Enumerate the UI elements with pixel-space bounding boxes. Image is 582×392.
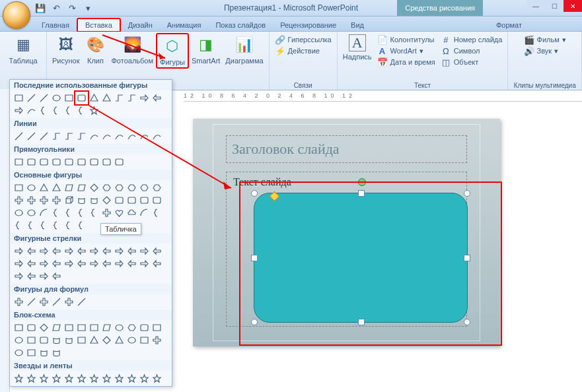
album-button[interactable]: 🌄Фотоальбом [109,33,157,69]
shape-diamond[interactable] [100,334,113,346]
shape-roundrect[interactable] [75,92,88,104]
slidenumber-button[interactable]: #Номер слайда [441,34,503,45]
undo-icon[interactable]: ↶ [50,2,62,14]
shape-arrowR[interactable] [13,257,25,270]
tab-home[interactable]: Главная [34,19,77,31]
shape-star[interactable] [126,372,138,385]
table-button[interactable]: ▦ Таблица [3,33,44,66]
shape-arrowL[interactable] [50,245,63,257]
shape-arrowR[interactable] [113,257,126,270]
sel-handle-nw[interactable] [251,190,258,197]
shape-hex[interactable] [113,181,126,194]
tab-review[interactable]: Рецензирование [273,19,344,31]
shape-cyl[interactable] [63,334,75,346]
rotate-handle[interactable] [358,178,366,186]
symbol-button[interactable]: ΩСимвол [441,46,503,56]
shape-tri[interactable] [88,334,100,346]
shapes-button[interactable]: ⬡Фигуры [156,33,189,69]
shape-cube[interactable] [63,194,75,207]
shape-roundrect[interactable] [88,156,100,168]
shape-star[interactable] [38,372,50,385]
shape-plus[interactable] [25,194,38,207]
shape-arc[interactable] [138,207,151,219]
shape-line[interactable] [38,130,50,143]
shape-brace[interactable] [50,104,63,117]
shape-oval[interactable] [113,321,126,334]
shape-arrowL[interactable] [151,245,163,257]
shape-star[interactable] [113,372,126,385]
shape-line[interactable] [50,296,63,308]
shape-line[interactable] [25,296,38,308]
shape-arrowR[interactable] [13,270,25,282]
shape-star[interactable] [63,372,75,385]
sel-handle-ne[interactable] [464,190,470,197]
shape-arrowL[interactable] [25,257,38,270]
shape-brace[interactable] [13,219,25,232]
shape-conn[interactable] [63,130,75,143]
shape-brace[interactable] [50,219,63,232]
sel-handle-sw[interactable] [251,319,258,325]
shape-arrowL[interactable] [100,245,113,257]
shape-arrowR[interactable] [88,245,100,257]
shape-cyl[interactable] [75,194,88,207]
shape-para[interactable] [75,181,88,194]
shape-curve[interactable] [138,130,151,143]
shape-roundrect[interactable] [50,156,63,168]
shape-star[interactable] [13,372,25,385]
shape-arrowL[interactable] [50,270,63,282]
shape-oval[interactable] [50,92,63,104]
shape-brace[interactable] [63,104,75,117]
shape-arrowL[interactable] [25,245,38,257]
shape-para[interactable] [63,181,75,194]
shape-cyl[interactable] [50,334,63,346]
shape-brace[interactable] [75,219,88,232]
shape-line[interactable] [25,92,38,104]
shape-heart[interactable] [113,207,126,219]
shape-plus[interactable] [100,207,113,219]
shape-oval[interactable] [13,334,25,346]
tab-slideshow[interactable]: Показ слайдов [208,19,273,31]
tab-animation[interactable]: Анимация [160,19,209,31]
slides-pane[interactable] [0,89,10,392]
shape-arrowL[interactable] [100,257,113,270]
shape-arrowL[interactable] [151,92,163,104]
sel-handle-n[interactable] [358,190,365,197]
shape-arrowR[interactable] [113,245,126,257]
shape-diamond[interactable] [88,181,100,194]
shape-rect[interactable] [138,334,151,346]
shape-cloud[interactable] [126,207,138,219]
shape-roundrect[interactable] [113,194,126,207]
shape-roundrect[interactable] [113,156,126,168]
shape-tri[interactable] [88,92,100,104]
shape-tri[interactable] [100,92,113,104]
shape-star[interactable] [151,372,163,385]
shape-diamond[interactable] [100,194,113,207]
rounded-rectangle-shape[interactable] [254,193,468,323]
shape-plus[interactable] [50,194,63,207]
shape-arrowL[interactable] [75,245,88,257]
shape-hex[interactable] [126,181,138,194]
shape-star[interactable] [138,372,151,385]
shape-arrowR[interactable] [88,257,100,270]
shape-plus[interactable] [63,296,75,308]
shape-roundrect[interactable] [25,321,38,334]
shape-hex[interactable] [126,321,138,334]
headerfooter-button[interactable]: 📄Колонтитулы [377,34,435,45]
shape-cyl[interactable] [50,346,63,359]
shape-curve[interactable] [100,130,113,143]
shape-roundrect[interactable] [151,194,163,207]
shape-plus[interactable] [38,296,50,308]
shape-star[interactable] [88,372,100,385]
shape-rect[interactable] [13,321,25,334]
hyperlink-button[interactable]: 🔗Гиперссылка [275,34,332,45]
shape-rect[interactable] [25,334,38,346]
shape-tri[interactable] [50,181,63,194]
shape-roundrect[interactable] [100,156,113,168]
tab-design[interactable]: Дизайн [121,19,160,31]
clip-button[interactable]: 🎨Клип [83,33,109,69]
minimize-button[interactable]: — [527,0,545,12]
shape-plus[interactable] [13,194,25,207]
textbox-button[interactable]: AНадпись [340,33,375,69]
shape-plus[interactable] [13,296,25,308]
datetime-button[interactable]: 📅Дата и время [377,57,435,67]
